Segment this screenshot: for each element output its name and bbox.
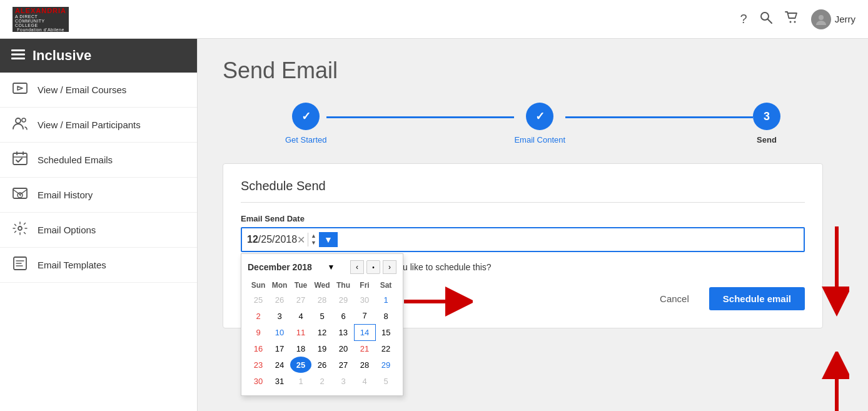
date-spin-down[interactable]: ▼ xyxy=(311,240,316,246)
sidebar-item-scheduled-emails[interactable]: Scheduled Emails xyxy=(0,143,197,178)
page-title: Send Email xyxy=(223,58,843,84)
calendar-day[interactable]: 13 xyxy=(333,324,354,340)
cal-header-mon: Mon xyxy=(269,279,290,292)
calendar-day[interactable]: 4 xyxy=(290,308,311,324)
cal-header-sat: Sat xyxy=(375,279,396,292)
calendar-day[interactable]: 9 xyxy=(248,324,269,340)
calendar-day[interactable]: 1 xyxy=(375,292,396,308)
step-send: 3 Send xyxy=(753,103,780,145)
calendar-day[interactable]: 31 xyxy=(269,373,290,389)
calendar-day[interactable]: 3 xyxy=(333,373,354,389)
calendar-day[interactable]: 8 xyxy=(375,308,396,324)
step-3-label: Send xyxy=(757,135,777,145)
calendar-day[interactable]: 27 xyxy=(290,292,311,308)
sidebar-item-email-history[interactable]: Email History xyxy=(0,178,197,213)
logo-text-sub2: Foundation d'Abilene xyxy=(17,28,64,32)
email-templates-icon xyxy=(11,256,29,273)
participants-icon xyxy=(11,116,29,133)
sidebar-item-email-options[interactable]: Email Options xyxy=(0,213,197,248)
calendar-day[interactable]: 7 xyxy=(354,308,375,324)
calendar-day[interactable]: 22 xyxy=(375,340,396,357)
user-avatar[interactable]: Jerry xyxy=(811,9,855,29)
svg-rect-7 xyxy=(11,58,25,59)
cancel-button[interactable]: Cancel xyxy=(650,288,699,309)
content-area: Send Email ✓ Get Started ✓ Email Content… xyxy=(198,39,868,411)
courses-icon xyxy=(11,81,29,98)
svg-point-10 xyxy=(22,118,26,122)
calendar-day[interactable]: 5 xyxy=(311,308,333,324)
calendar-day[interactable]: 30 xyxy=(354,292,375,308)
calendar-day[interactable]: 19 xyxy=(311,340,333,357)
date-spin-up[interactable]: ▲ xyxy=(311,233,316,240)
calendar-day[interactable]: 3 xyxy=(269,308,290,324)
step-1-label: Get Started xyxy=(285,135,326,145)
calendar-dropdown-arrow[interactable]: ▼ xyxy=(327,263,335,271)
avatar xyxy=(811,9,831,29)
svg-line-1 xyxy=(768,19,772,23)
calendar-next-button[interactable]: › xyxy=(383,260,396,274)
svg-point-9 xyxy=(16,118,21,123)
schedule-send-card: Schedule Send Email Send Date 12 /25/201… xyxy=(223,163,823,328)
logo: ALEXANDRIA A DIRECT COMMUNITY COLLEGE Fo… xyxy=(13,7,69,32)
calendar-day[interactable]: 25 xyxy=(290,357,311,373)
stepper: ✓ Get Started ✓ Email Content 3 Send xyxy=(223,103,843,145)
step-2-label: Email Content xyxy=(514,135,565,145)
calendar-day[interactable]: 21 xyxy=(354,340,375,357)
calendar-day[interactable]: 24 xyxy=(269,357,290,373)
calendar-today-button[interactable]: • xyxy=(366,260,380,274)
header: ALEXANDRIA A DIRECT COMMUNITY COLLEGE Fo… xyxy=(0,0,868,39)
sidebar-item-view-email-participants[interactable]: View / Email Participants xyxy=(0,108,197,143)
calendar-day[interactable]: 29 xyxy=(333,292,354,308)
calendar-day[interactable]: 14 xyxy=(354,324,375,340)
calendar-day[interactable]: 17 xyxy=(269,340,290,357)
calendar-day[interactable]: 20 xyxy=(333,340,354,357)
cart-icon[interactable] xyxy=(785,11,799,27)
calendar-day[interactable]: 2 xyxy=(311,373,333,389)
sidebar-menu-icon xyxy=(11,49,25,63)
calendar-day[interactable]: 18 xyxy=(290,340,311,357)
calendar-prev-button[interactable]: ‹ xyxy=(350,260,364,274)
calendar-day[interactable]: 30 xyxy=(248,373,269,389)
logo-image: ALEXANDRIA A DIRECT COMMUNITY COLLEGE Fo… xyxy=(13,7,69,32)
calendar-month-label: December 2018 xyxy=(248,262,312,272)
date-rest-part: /25/2018 xyxy=(258,234,297,245)
calendar-day[interactable]: 25 xyxy=(248,292,269,308)
calendar-day[interactable]: 2 xyxy=(248,308,269,324)
cal-header-fri: Fri xyxy=(354,279,375,292)
date-spin-buttons: ▲ ▼ xyxy=(308,233,316,246)
date-field-container: 12 /25/2018 ✕ ▲ ▼ ▼ December 2018 xyxy=(241,227,805,252)
date-clear-button[interactable]: ✕ xyxy=(297,234,305,246)
step-email-content: ✓ Email Content xyxy=(514,103,565,145)
help-icon[interactable]: ? xyxy=(740,12,747,26)
calendar-day[interactable]: 23 xyxy=(248,357,269,373)
calendar-day[interactable]: 29 xyxy=(375,357,396,373)
calendar-day[interactable]: 12 xyxy=(311,324,333,340)
svg-point-0 xyxy=(761,13,769,20)
sidebar-item-view-email-courses[interactable]: View / Email Courses xyxy=(0,73,197,108)
step-2-circle: ✓ xyxy=(526,103,553,130)
sidebar-item-email-templates[interactable]: Email Templates xyxy=(0,248,197,283)
calendar-day[interactable]: 10 xyxy=(269,324,290,340)
date-input-icons: ✕ ▲ ▼ ▼ xyxy=(297,232,333,247)
calendar-day[interactable]: 27 xyxy=(333,357,354,373)
step-get-started: ✓ Get Started xyxy=(285,103,326,145)
calendar-day[interactable]: 4 xyxy=(354,373,375,389)
calendar-day[interactable]: 5 xyxy=(375,373,396,389)
calendar-day[interactable]: 11 xyxy=(290,324,311,340)
calendar-day[interactable]: 15 xyxy=(375,324,396,340)
main-layout: Inclusive View / Email Courses View xyxy=(0,39,868,411)
calendar-day[interactable]: 26 xyxy=(311,357,333,373)
calendar-nav: ‹ • › xyxy=(350,260,396,274)
date-dropdown-button[interactable]: ▼ xyxy=(319,232,338,247)
calendar-day[interactable]: 6 xyxy=(333,308,354,324)
calendar-day[interactable]: 1 xyxy=(290,373,311,389)
calendar-day[interactable]: 28 xyxy=(311,292,333,308)
calendar-day[interactable]: 28 xyxy=(354,357,375,373)
schedule-email-button[interactable]: Schedule email xyxy=(709,287,805,310)
svg-rect-11 xyxy=(13,153,27,165)
search-icon[interactable] xyxy=(760,11,772,27)
calendar-day[interactable]: 26 xyxy=(269,292,290,308)
logo-text-sub: A DIRECT COMMUNITY COLLEGE xyxy=(15,14,66,28)
calendar-day[interactable]: 16 xyxy=(248,340,269,357)
date-input-wrap[interactable]: 12 /25/2018 ✕ ▲ ▼ ▼ xyxy=(241,227,805,252)
